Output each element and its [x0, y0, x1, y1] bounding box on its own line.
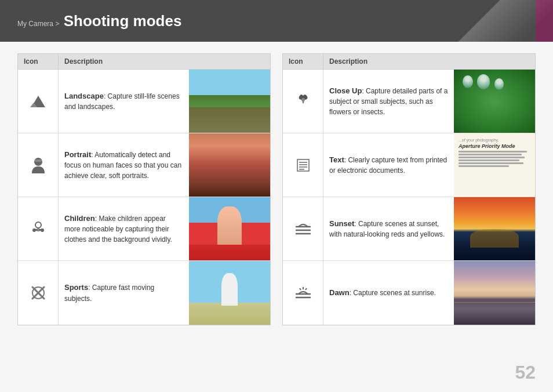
title-portrait: Portrait [64, 150, 91, 159]
breadcrumb-prefix: My Camera > [17, 20, 61, 28]
icon-landscape [18, 70, 59, 133]
table-row-sports: Sports: Capture fast moving subjects. [18, 261, 270, 325]
icon-portrait [18, 133, 59, 197]
title-sports: Sports [64, 283, 88, 292]
header: My Camera > Shooting modes [0, 0, 553, 42]
desc-text: Text: Clearly capture text from printed … [323, 133, 454, 197]
svg-rect-3 [35, 159, 42, 162]
header-accent [536, 0, 553, 42]
desc-children: Children: Make children appear more noti… [59, 197, 189, 260]
left-table-header: Icon Description [18, 54, 270, 70]
image-landscape [189, 70, 270, 133]
left-table: Icon Description Landscape: Capture stil… [17, 53, 271, 325]
svg-line-24 [305, 288, 307, 290]
icon-closeup [283, 70, 323, 133]
table-row-portrait: Portrait: Automatically detect and focus… [18, 133, 270, 197]
right-table-header: Icon Description [283, 54, 535, 70]
title-children: Children [64, 214, 95, 223]
title-landscape: Landscape [64, 92, 104, 100]
right-th-desc: Description [323, 54, 535, 69]
image-dawn [454, 261, 535, 325]
icon-sunset [283, 197, 323, 260]
desc-sports: Sports: Capture fast moving subjects. [59, 261, 189, 325]
title-sunset: Sunset [329, 219, 354, 228]
desc-landscape: Landscape: Capture still-life scenes and… [59, 70, 189, 133]
table-row-dawn: Dawn: Capture scenes at sunrise. [283, 261, 535, 325]
right-th-icon: Icon [283, 54, 323, 69]
icon-dawn [283, 261, 323, 325]
image-closeup [454, 70, 535, 133]
image-sunset [454, 197, 535, 260]
left-th-desc: Description [59, 54, 270, 69]
title-text: Text [329, 155, 344, 164]
title-dawn: Dawn [329, 288, 350, 297]
desc-dawn: Dawn: Capture scenes at sunrise. [323, 261, 454, 325]
svg-line-25 [300, 288, 301, 290]
svg-point-4 [35, 222, 41, 228]
title-closeup: Close Up [329, 86, 362, 95]
image-children [189, 197, 270, 260]
left-th-icon: Icon [18, 54, 59, 69]
image-sports [189, 261, 270, 325]
image-portrait [189, 133, 270, 197]
icon-sports [18, 261, 59, 325]
table-row-closeup: Close Up: Capture detailed parts of a su… [283, 70, 535, 133]
breadcrumb: My Camera > Shooting modes [17, 12, 181, 30]
image-text: ...of your photography, Aperture Priorit… [454, 133, 535, 197]
main-content: Icon Description Landscape: Capture stil… [0, 42, 553, 337]
desc-portrait: Portrait: Automatically detect and focus… [59, 133, 189, 197]
icon-text [283, 133, 323, 197]
table-row-landscape: Landscape: Capture still-life scenes and… [18, 70, 270, 133]
right-table: Icon Description Close Up: Capture detai… [282, 53, 536, 325]
desc-dawn-text: : Capture scenes at sunrise. [350, 289, 436, 297]
icon-children [18, 197, 59, 260]
desc-text-text: : Clearly capture text from printed or e… [329, 156, 447, 175]
table-row-text: Text: Clearly capture text from printed … [283, 133, 535, 197]
table-row-sunset: Sunset: Capture scenes at sunset, with n… [283, 197, 535, 261]
page-title: Shooting modes [64, 12, 182, 30]
svg-point-12 [301, 98, 305, 101]
desc-closeup: Close Up: Capture detailed parts of a su… [323, 70, 454, 133]
desc-sunset: Sunset: Capture scenes at sunset, with n… [323, 197, 454, 260]
page-number: 52 [515, 362, 536, 383]
table-row-children: Children: Make children appear more noti… [18, 197, 270, 261]
